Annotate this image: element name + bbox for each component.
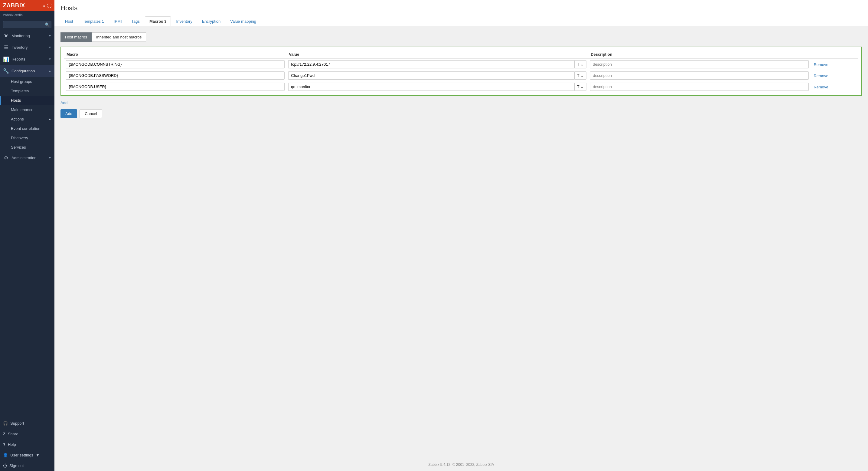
main-content: Hosts Host Templates 1 IPMI Tags Macros … xyxy=(55,0,868,471)
tab-encryption[interactable]: Encryption xyxy=(197,16,225,26)
sidebar-item-inventory[interactable]: ☰ Inventory ▼ xyxy=(0,41,55,53)
remove-link-2[interactable]: Remove xyxy=(812,83,829,91)
reports-icon: 📊 xyxy=(3,56,9,62)
inventory-icon: ☰ xyxy=(3,45,9,50)
action-buttons: Add Cancel xyxy=(61,109,862,118)
sidebar-item-help[interactable]: ? Help xyxy=(0,439,55,450)
share-label: Share xyxy=(8,432,19,436)
hosts-label: Hosts xyxy=(11,98,21,102)
description-input-2[interactable] xyxy=(590,83,809,91)
sidebar-item-configuration[interactable]: 🔧 Configuration ▲ xyxy=(0,65,55,77)
monitoring-label: Monitoring xyxy=(11,34,46,38)
tab-host[interactable]: Host xyxy=(61,16,78,26)
value-input-2[interactable] xyxy=(288,83,574,91)
sidebar-item-discovery[interactable]: Discovery xyxy=(0,133,55,143)
page-header: Hosts Host Templates 1 IPMI Tags Macros … xyxy=(55,0,868,26)
tab-ipmi[interactable]: IPMI xyxy=(109,16,126,26)
inventory-arrow: ▼ xyxy=(49,46,52,49)
tab-inventory[interactable]: Inventory xyxy=(172,16,196,26)
sidebar-bottom: 🎧 Support Z Share ? Help 👤 User settings… xyxy=(0,418,55,471)
host-groups-label: Host groups xyxy=(11,79,32,84)
inventory-label: Inventory xyxy=(11,45,46,50)
support-label: Support xyxy=(10,421,24,425)
table-row: T ⌄ Remove xyxy=(64,81,858,92)
sidebar-item-reports[interactable]: 📊 Reports ▼ xyxy=(0,53,55,65)
sidebar-item-host-groups[interactable]: Host groups xyxy=(0,77,55,86)
add-macro-link[interactable]: Add xyxy=(61,100,67,105)
search-area: 🔍 xyxy=(0,19,55,30)
search-icon: 🔍 xyxy=(45,22,50,27)
tab-templates[interactable]: Templates 1 xyxy=(78,16,108,26)
value-type-btn-2[interactable]: T ⌄ xyxy=(574,83,586,91)
help-icon: ? xyxy=(3,442,5,447)
value-type-btn-1[interactable]: T ⌄ xyxy=(574,71,586,80)
sidebar-item-administration[interactable]: ⚙ Administration ▼ xyxy=(0,152,55,164)
services-label: Services xyxy=(11,145,26,150)
expand-icon[interactable]: ⛶ xyxy=(47,3,52,8)
macro-input-0[interactable] xyxy=(66,60,285,68)
sidebar-item-templates[interactable]: Templates xyxy=(0,86,55,96)
value-input-1[interactable] xyxy=(288,71,574,80)
host-macros-button[interactable]: Host macros xyxy=(61,32,92,42)
table-row: T ⌄ Remove xyxy=(64,59,858,70)
administration-arrow: ▼ xyxy=(49,156,52,159)
macro-table-wrapper: Macro Value Description T ⌄ xyxy=(61,47,862,96)
sidebar-item-actions[interactable]: Actions ► xyxy=(0,114,55,124)
macro-table: Macro Value Description T ⌄ xyxy=(64,50,858,92)
sidebar-item-hosts[interactable]: Hosts xyxy=(0,96,55,105)
footer: Zabbix 5.4.12. © 2001–2022, Zabbix SIA xyxy=(55,458,868,471)
sidebar-item-user-settings[interactable]: 👤 User settings ▼ xyxy=(0,450,55,461)
sign-out-label: Sign out xyxy=(9,464,24,468)
page-title: Hosts xyxy=(61,4,862,12)
description-input-1[interactable] xyxy=(590,71,809,80)
cancel-button[interactable]: Cancel xyxy=(80,109,102,118)
user-settings-label: User settings xyxy=(10,453,33,458)
sidebar: ZABBIX « ⛶ zabbix-redis 🔍 👁 Monitoring ▼… xyxy=(0,0,55,471)
sidebar-item-share[interactable]: Z Share xyxy=(0,429,55,439)
sidebar-item-sign-out[interactable]: ⏻ Sign out xyxy=(0,461,55,471)
macro-toggle: Host macros Inherited and host macros xyxy=(61,32,862,42)
sidebar-item-maintenance[interactable]: Maintenance xyxy=(0,105,55,114)
discovery-label: Discovery xyxy=(11,136,28,140)
logo-text: ZABBIX xyxy=(3,2,25,9)
tab-macros[interactable]: Macros 3 xyxy=(145,16,171,26)
sidebar-item-event-correlation[interactable]: Event correlation xyxy=(0,124,55,133)
remove-link-0[interactable]: Remove xyxy=(812,61,829,68)
remove-link-1[interactable]: Remove xyxy=(812,72,829,80)
content-area: Host macros Inherited and host macros Ma… xyxy=(55,26,868,458)
actions-label: Actions xyxy=(11,117,24,121)
tab-tags[interactable]: Tags xyxy=(127,16,144,26)
table-row: T ⌄ Remove xyxy=(64,70,858,81)
configuration-label: Configuration xyxy=(11,69,46,73)
search-input[interactable] xyxy=(3,21,52,28)
tab-value-mapping[interactable]: Value mapping xyxy=(226,16,261,26)
monitoring-icon: 👁 xyxy=(3,33,9,38)
description-input-0[interactable] xyxy=(590,60,809,68)
help-label: Help xyxy=(8,442,16,447)
event-correlation-label: Event correlation xyxy=(11,126,40,131)
sidebar-header-icons: « ⛶ xyxy=(43,3,52,8)
macro-input-2[interactable] xyxy=(66,83,285,91)
collapse-icon[interactable]: « xyxy=(43,3,45,8)
value-type-btn-0[interactable]: T ⌄ xyxy=(574,60,586,68)
sidebar-item-support[interactable]: 🎧 Support xyxy=(0,418,55,429)
configuration-icon: 🔧 xyxy=(3,68,9,74)
inherited-macros-button[interactable]: Inherited and host macros xyxy=(92,32,146,42)
reports-arrow: ▼ xyxy=(49,58,52,61)
value-input-0[interactable] xyxy=(288,60,574,68)
maintenance-label: Maintenance xyxy=(11,108,33,112)
sidebar-item-services[interactable]: Services xyxy=(0,143,55,152)
username-label: zabbix-redis xyxy=(0,11,55,19)
actions-arrow: ► xyxy=(49,117,52,121)
user-settings-icon: 👤 xyxy=(3,453,8,458)
nav-section-main: 👁 Monitoring ▼ ☰ Inventory ▼ 📊 Reports ▼… xyxy=(0,30,55,164)
monitoring-arrow: ▼ xyxy=(49,34,52,37)
reports-label: Reports xyxy=(11,57,46,61)
footer-text: Zabbix 5.4.12. © 2001–2022, Zabbix SIA xyxy=(429,463,494,467)
sign-out-icon: ⏻ xyxy=(3,464,7,468)
configuration-arrow: ▲ xyxy=(49,69,52,72)
sidebar-item-monitoring[interactable]: 👁 Monitoring ▼ xyxy=(0,30,55,41)
macro-input-1[interactable] xyxy=(66,71,285,80)
tabs-bar: Host Templates 1 IPMI Tags Macros 3 Inve… xyxy=(61,16,862,26)
add-button[interactable]: Add xyxy=(61,109,77,118)
